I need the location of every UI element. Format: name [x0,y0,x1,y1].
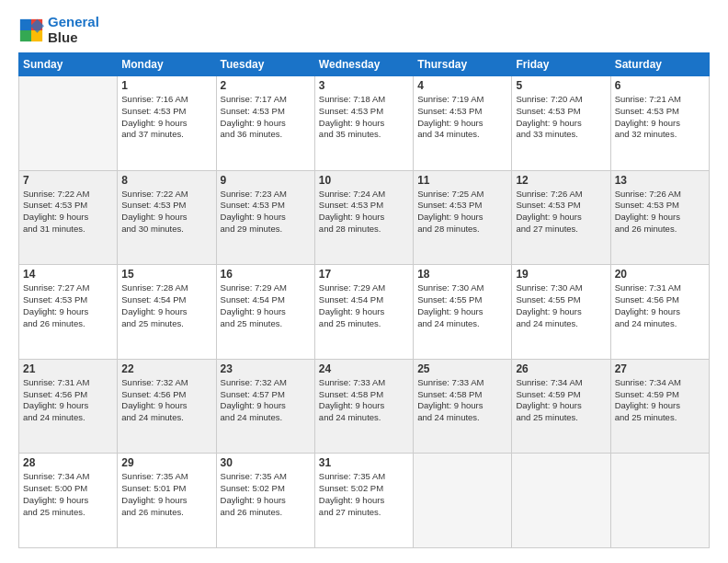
day-info: Sunrise: 7:34 AM Sunset: 5:00 PM Dayligh… [23,471,113,518]
col-header-wednesday: Wednesday [314,53,413,76]
day-info: Sunrise: 7:21 AM Sunset: 4:53 PM Dayligh… [615,94,705,141]
calendar-cell: 5Sunrise: 7:20 AM Sunset: 4:53 PM Daylig… [512,76,610,171]
calendar-cell: 8Sunrise: 7:22 AM Sunset: 4:53 PM Daylig… [118,170,216,265]
calendar-cell: 9Sunrise: 7:23 AM Sunset: 4:53 PM Daylig… [216,170,314,265]
calendar-cell [414,454,512,548]
day-info: Sunrise: 7:33 AM Sunset: 4:58 PM Dayligh… [417,377,507,424]
day-number: 8 [121,174,211,187]
calendar-cell: 3Sunrise: 7:18 AM Sunset: 4:53 PM Daylig… [314,76,413,171]
day-info: Sunrise: 7:25 AM Sunset: 4:53 PM Dayligh… [417,189,507,236]
day-info: Sunrise: 7:27 AM Sunset: 4:53 PM Dayligh… [23,282,113,329]
calendar-cell: 13Sunrise: 7:26 AM Sunset: 4:53 PM Dayli… [610,170,709,265]
day-number: 9 [221,174,311,187]
calendar-cell: 7Sunrise: 7:22 AM Sunset: 4:53 PM Daylig… [19,170,118,265]
day-info: Sunrise: 7:17 AM Sunset: 4:53 PM Dayligh… [221,94,311,141]
calendar-cell: 21Sunrise: 7:31 AM Sunset: 4:56 PM Dayli… [19,359,118,454]
day-info: Sunrise: 7:26 AM Sunset: 4:53 PM Dayligh… [516,189,606,236]
logo-icon [18,17,44,43]
calendar-cell: 29Sunrise: 7:35 AM Sunset: 5:01 PM Dayli… [118,454,216,548]
header: General Blue [18,15,710,45]
calendar-cell: 24Sunrise: 7:33 AM Sunset: 4:58 PM Dayli… [314,359,413,454]
day-number: 26 [516,362,606,375]
day-number: 14 [23,268,113,281]
svg-rect-0 [20,18,31,29]
calendar-cell: 27Sunrise: 7:34 AM Sunset: 4:59 PM Dayli… [610,359,709,454]
calendar-cell: 19Sunrise: 7:30 AM Sunset: 4:55 PM Dayli… [512,265,610,360]
calendar-cell: 25Sunrise: 7:33 AM Sunset: 4:58 PM Dayli… [414,359,512,454]
calendar-cell: 4Sunrise: 7:19 AM Sunset: 4:53 PM Daylig… [414,76,512,171]
calendar-cell: 22Sunrise: 7:32 AM Sunset: 4:56 PM Dayli… [118,359,216,454]
col-header-sunday: Sunday [19,53,118,76]
day-number: 25 [417,362,507,375]
day-info: Sunrise: 7:23 AM Sunset: 4:53 PM Dayligh… [221,189,311,236]
day-info: Sunrise: 7:16 AM Sunset: 4:53 PM Dayligh… [121,94,211,141]
calendar-cell: 18Sunrise: 7:30 AM Sunset: 4:55 PM Dayli… [414,265,512,360]
day-number: 30 [221,456,311,469]
day-info: Sunrise: 7:35 AM Sunset: 5:02 PM Dayligh… [221,471,311,518]
calendar-cell: 16Sunrise: 7:29 AM Sunset: 4:54 PM Dayli… [216,265,314,360]
day-info: Sunrise: 7:19 AM Sunset: 4:53 PM Dayligh… [417,94,507,141]
calendar-cell [610,454,709,548]
day-info: Sunrise: 7:33 AM Sunset: 4:58 PM Dayligh… [319,377,409,424]
calendar-cell: 17Sunrise: 7:29 AM Sunset: 4:54 PM Dayli… [314,265,413,360]
day-info: Sunrise: 7:22 AM Sunset: 4:53 PM Dayligh… [23,189,113,236]
day-info: Sunrise: 7:30 AM Sunset: 4:55 PM Dayligh… [417,282,507,329]
calendar-table: SundayMondayTuesdayWednesdayThursdayFrid… [18,52,710,548]
calendar-cell: 11Sunrise: 7:25 AM Sunset: 4:53 PM Dayli… [414,170,512,265]
day-info: Sunrise: 7:31 AM Sunset: 4:56 PM Dayligh… [615,282,705,329]
logo-text: General Blue [48,15,99,45]
calendar-page: General Blue SundayMondayTuesdayWednesda… [0,0,728,563]
day-info: Sunrise: 7:32 AM Sunset: 4:56 PM Dayligh… [121,377,211,424]
day-number: 7 [23,174,113,187]
calendar-cell: 14Sunrise: 7:27 AM Sunset: 4:53 PM Dayli… [19,265,118,360]
day-number: 10 [319,174,409,187]
calendar-cell: 10Sunrise: 7:24 AM Sunset: 4:53 PM Dayli… [314,170,413,265]
day-number: 18 [417,268,507,281]
day-number: 19 [516,268,606,281]
col-header-friday: Friday [512,53,610,76]
day-number: 22 [121,362,211,375]
day-info: Sunrise: 7:26 AM Sunset: 4:53 PM Dayligh… [615,189,705,236]
day-info: Sunrise: 7:18 AM Sunset: 4:53 PM Dayligh… [319,94,409,141]
day-number: 23 [221,362,311,375]
day-number: 24 [319,362,409,375]
col-header-tuesday: Tuesday [216,53,314,76]
calendar-cell: 30Sunrise: 7:35 AM Sunset: 5:02 PM Dayli… [216,454,314,548]
day-info: Sunrise: 7:35 AM Sunset: 5:01 PM Dayligh… [121,471,211,518]
day-info: Sunrise: 7:35 AM Sunset: 5:02 PM Dayligh… [319,471,409,518]
day-number: 20 [615,268,705,281]
col-header-monday: Monday [118,53,216,76]
day-number: 28 [23,456,113,469]
day-info: Sunrise: 7:20 AM Sunset: 4:53 PM Dayligh… [516,94,606,141]
logo: General Blue [18,15,99,45]
calendar-cell: 2Sunrise: 7:17 AM Sunset: 4:53 PM Daylig… [216,76,314,171]
calendar-cell: 31Sunrise: 7:35 AM Sunset: 5:02 PM Dayli… [314,454,413,548]
day-number: 4 [417,79,507,92]
day-info: Sunrise: 7:29 AM Sunset: 4:54 PM Dayligh… [319,282,409,329]
calendar-cell: 28Sunrise: 7:34 AM Sunset: 5:00 PM Dayli… [19,454,118,548]
day-info: Sunrise: 7:30 AM Sunset: 4:55 PM Dayligh… [516,282,606,329]
day-number: 3 [319,79,409,92]
day-number: 21 [23,362,113,375]
calendar-cell [512,454,610,548]
day-number: 12 [516,174,606,187]
day-number: 11 [417,174,507,187]
col-header-saturday: Saturday [610,53,709,76]
calendar-cell: 15Sunrise: 7:28 AM Sunset: 4:54 PM Dayli… [118,265,216,360]
calendar-cell: 12Sunrise: 7:26 AM Sunset: 4:53 PM Dayli… [512,170,610,265]
calendar-cell: 23Sunrise: 7:32 AM Sunset: 4:57 PM Dayli… [216,359,314,454]
day-number: 29 [121,456,211,469]
day-number: 13 [615,174,705,187]
svg-rect-2 [20,30,31,41]
day-number: 16 [221,268,311,281]
day-number: 1 [121,79,211,92]
day-info: Sunrise: 7:28 AM Sunset: 4:54 PM Dayligh… [121,282,211,329]
calendar-cell: 20Sunrise: 7:31 AM Sunset: 4:56 PM Dayli… [610,265,709,360]
day-number: 27 [615,362,705,375]
calendar-cell: 26Sunrise: 7:34 AM Sunset: 4:59 PM Dayli… [512,359,610,454]
day-number: 5 [516,79,606,92]
calendar-cell: 6Sunrise: 7:21 AM Sunset: 4:53 PM Daylig… [610,76,709,171]
calendar-cell: 1Sunrise: 7:16 AM Sunset: 4:53 PM Daylig… [118,76,216,171]
day-info: Sunrise: 7:22 AM Sunset: 4:53 PM Dayligh… [121,189,211,236]
day-number: 17 [319,268,409,281]
